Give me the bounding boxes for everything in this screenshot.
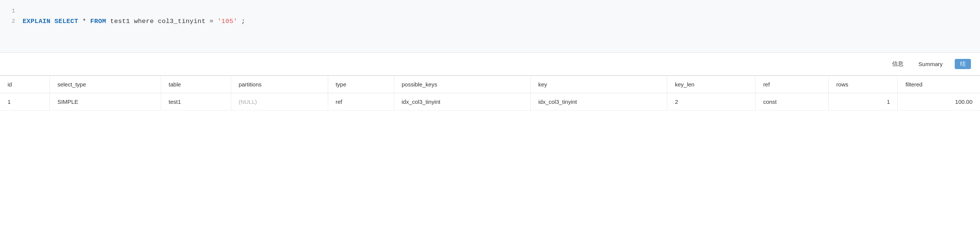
active-tab-button[interactable]: 结 [955,59,971,69]
table-section: id select_type table partitions type pos… [0,75,980,111]
code-table-where: test1 where col3_tinyint = [110,18,218,25]
code-value: '105' [218,18,238,25]
cell-table: test1 [161,93,231,111]
table-row: 1 SIMPLE test1 (NULL) ref idx_col3_tinyi… [0,93,980,111]
col-header-type: type [328,76,394,93]
cell-partitions: (NULL) [231,93,328,111]
col-header-key: key [530,76,667,93]
code-content-2: EXPLAIN SELECT * FROM test1 where col3_t… [22,18,245,25]
cell-select-type: SIMPLE [50,93,161,111]
cell-key-len: 2 [667,93,756,111]
editor-section: 1 2 EXPLAIN SELECT * FROM test1 where co… [0,0,980,53]
col-header-filtered: filtered [898,76,980,93]
editor-line-1: 1 [0,6,980,16]
cell-rows: 1 [829,93,898,111]
table-header-row: id select_type table partitions type pos… [0,76,980,93]
col-header-rows: rows [829,76,898,93]
cell-ref: const [756,93,829,111]
col-header-id: id [0,76,50,93]
col-header-select-type: select_type [50,76,161,93]
editor-line-2: 2 EXPLAIN SELECT * FROM test1 where col3… [0,16,980,26]
col-header-table: table [161,76,231,93]
col-header-ref: ref [756,76,829,93]
toolbar-section: 信息 Summary 结 [0,53,980,75]
info-button[interactable]: 信息 [889,59,907,69]
col-header-key-len: key_len [667,76,756,93]
keyword-from: FROM [90,18,106,25]
cell-possible-keys: idx_col3_tinyint [394,93,530,111]
code-content-1 [22,8,27,15]
line-number-1: 1 [0,8,22,14]
cell-type: ref [328,93,394,111]
line-number-2: 2 [0,18,22,24]
cell-key: idx_col3_tinyint [530,93,667,111]
code-star: * [82,18,90,25]
results-table: id select_type table partitions type pos… [0,75,980,111]
col-header-partitions: partitions [231,76,328,93]
col-header-possible-keys: possible_keys [394,76,530,93]
cell-id: 1 [0,93,50,111]
keyword-explain-select: EXPLAIN SELECT [22,18,78,25]
cell-filtered: 100.00 [898,93,980,111]
code-semicolon: ; [242,18,245,25]
summary-button[interactable]: Summary [915,59,946,69]
